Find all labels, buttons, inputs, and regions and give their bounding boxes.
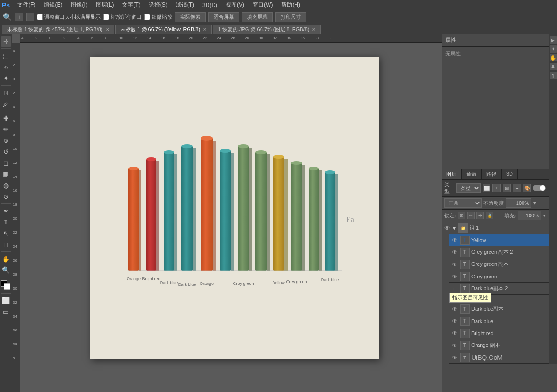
filter-icon-1[interactable]: ⬜: [483, 184, 491, 192]
marquee-tool[interactable]: ⬚: [1, 51, 11, 61]
menu-layer[interactable]: 图层(L): [92, 0, 118, 10]
screen-mode-tool[interactable]: ▭: [1, 307, 11, 317]
layer-row-gg2[interactable]: 👁 T Grey green 副本 2: [449, 246, 549, 258]
zoom-tool-icon[interactable]: 🔍: [3, 13, 12, 21]
print-size-button[interactable]: 打印尺寸: [275, 12, 306, 22]
eraser-tool[interactable]: ◻: [1, 158, 11, 168]
tab-0[interactable]: 未标题-1-恢复的 @ 457% (图层 1, RGB/8) ✕: [2, 25, 114, 34]
layer-row-gg1[interactable]: 👁 T Grey green 副本: [449, 258, 549, 270]
tab-close-2[interactable]: ✕: [312, 27, 315, 32]
fit-screen-button[interactable]: 适合屏幕: [208, 12, 239, 22]
heal-tool[interactable]: ✚: [1, 113, 11, 123]
fill-input[interactable]: [518, 211, 541, 220]
move-tool[interactable]: ✛: [1, 36, 11, 47]
zoom-out-icon[interactable]: −: [26, 13, 34, 21]
blur-tool[interactable]: ◍: [1, 180, 11, 190]
actual-pixels-button[interactable]: 实际像素: [175, 12, 206, 22]
strip-icon-2[interactable]: ✦: [550, 45, 557, 53]
lock-position-icon[interactable]: ⊞: [458, 212, 465, 219]
pen-tool[interactable]: ✒: [1, 206, 11, 216]
strip-icon-3[interactable]: ✋: [550, 54, 557, 61]
layer-eye-br[interactable]: 👁: [451, 330, 458, 337]
fill-arrow[interactable]: ▾: [543, 213, 546, 219]
layer-eye-gg1[interactable]: 👁: [451, 261, 458, 268]
filter-select[interactable]: 类型: [456, 183, 481, 193]
menu-window[interactable]: 窗口(W): [249, 0, 276, 10]
filter-icon-2[interactable]: T: [492, 184, 501, 192]
layer-row-db[interactable]: 👁 T Dark blue: [449, 315, 549, 327]
scrubby-check[interactable]: 细微缩放: [144, 14, 172, 20]
tab-close-0[interactable]: ✕: [106, 27, 109, 32]
layer-row-gg[interactable]: 👁 T Grey green: [449, 270, 549, 283]
layer-row-db1[interactable]: 👁 T Dark blue副本: [449, 303, 549, 315]
filter-icon-5[interactable]: 🎨: [523, 184, 531, 192]
tab-1[interactable]: 未标题-1 @ 66.7% (Yellow, RGB/8) ✕: [115, 25, 212, 34]
path-select-tool[interactable]: ↖: [1, 228, 11, 238]
brush-tool[interactable]: ✏: [1, 124, 11, 135]
fit-window-checkbox[interactable]: [37, 14, 43, 20]
layer-eye-group[interactable]: 👁: [443, 224, 451, 232]
channels-tab[interactable]: 通道: [462, 169, 482, 179]
fit-all-check[interactable]: 缩放所有窗口: [103, 14, 141, 20]
layer-eye-oc[interactable]: 👁: [451, 342, 458, 349]
opacity-arrow[interactable]: ▾: [533, 200, 536, 206]
layer-eye-gg2[interactable]: 👁: [451, 249, 458, 256]
menu-filter[interactable]: 滤镜(T): [172, 0, 198, 10]
layer-row-db2[interactable]: ○ 指示图层可见性 T Dark blue副本 2: [449, 283, 549, 295]
layer-row-uibq[interactable]: 👁 T UiBQ.CoM: [449, 351, 549, 364]
history-brush-tool[interactable]: ↺: [1, 147, 11, 157]
strip-icon-1[interactable]: ▶: [550, 36, 557, 44]
layer-row-yellow[interactable]: 👁 T Yellow: [449, 234, 549, 246]
lock-move-icon[interactable]: ✛: [476, 212, 484, 219]
layers-tab[interactable]: 图层: [442, 169, 462, 179]
lock-paint-icon[interactable]: ✏: [467, 212, 475, 219]
zoom-tool[interactable]: 🔍: [1, 265, 11, 275]
lock-all-icon[interactable]: 🔒: [486, 212, 493, 219]
magic-wand-tool[interactable]: ✦: [1, 73, 11, 83]
menu-edit[interactable]: 编辑(E): [40, 0, 66, 10]
menu-text[interactable]: 文字(T): [118, 0, 144, 10]
menu-image[interactable]: 图像(I): [67, 0, 91, 10]
layer-eye-uibq[interactable]: 👁: [451, 354, 458, 361]
layer-eye-db1[interactable]: 👁: [451, 305, 458, 313]
tab-2[interactable]: 1-恢复的.JPG @ 66.7% (图层 8, RGB/8) ✕: [213, 25, 321, 34]
canvas-area[interactable]: 420 246 81012 141618 202224 262830 32343…: [12, 34, 442, 392]
fit-all-checkbox[interactable]: [103, 14, 109, 20]
paths-tab[interactable]: 路径: [482, 169, 502, 179]
crop-tool[interactable]: ⊡: [1, 88, 11, 98]
scrubby-checkbox[interactable]: [144, 14, 150, 20]
opacity-input[interactable]: [506, 198, 531, 208]
menu-3d[interactable]: 3D(D): [199, 1, 221, 9]
menu-help[interactable]: 帮助(H): [277, 0, 304, 10]
layer-eye-gg[interactable]: 👁: [451, 273, 458, 280]
fit-window-check[interactable]: 调整窗口大小以满屏显示: [37, 14, 101, 20]
layer-row-oc[interactable]: 👁 T Orange 副本: [449, 339, 549, 351]
layer-eye-yellow[interactable]: 👁: [451, 237, 458, 244]
filter-toggle[interactable]: [533, 185, 546, 191]
stamp-tool[interactable]: ⊕: [1, 135, 11, 146]
filter-icon-3[interactable]: ⊞: [503, 184, 511, 192]
layer-eye-db2[interactable]: ○: [451, 285, 458, 292]
menu-select[interactable]: 选择(S): [145, 0, 171, 10]
3d-tab[interactable]: 3D: [502, 169, 518, 179]
layer-row-br[interactable]: 👁 T Bright red: [449, 327, 549, 339]
foreground-color[interactable]: [1, 280, 11, 291]
layer-eye-db[interactable]: 👁: [451, 318, 458, 325]
dodge-tool[interactable]: ⊙: [1, 191, 11, 202]
text-tool[interactable]: T: [1, 217, 11, 227]
lasso-tool[interactable]: ⌾: [1, 62, 11, 72]
menu-view[interactable]: 视图(V): [222, 0, 248, 10]
filter-icon-4[interactable]: ✦: [513, 184, 521, 192]
blend-mode-select[interactable]: 正常: [444, 198, 482, 208]
layer-row-group[interactable]: 👁 ▾ 📁 组 1: [442, 222, 549, 234]
shape-tool[interactable]: ◻: [1, 239, 11, 250]
gradient-tool[interactable]: ▦: [1, 169, 11, 179]
fill-screen-button[interactable]: 填充屏幕: [242, 12, 273, 22]
menu-file[interactable]: 文件(F): [13, 0, 39, 10]
expand-arrow[interactable]: ▾: [453, 225, 456, 231]
hand-tool[interactable]: ✋: [1, 254, 11, 264]
quick-mask-tool[interactable]: ⬜: [1, 296, 11, 306]
strip-icon-4[interactable]: A: [550, 63, 557, 70]
zoom-in-icon[interactable]: +: [15, 13, 23, 21]
eyedropper-tool[interactable]: 🖊: [1, 99, 11, 109]
